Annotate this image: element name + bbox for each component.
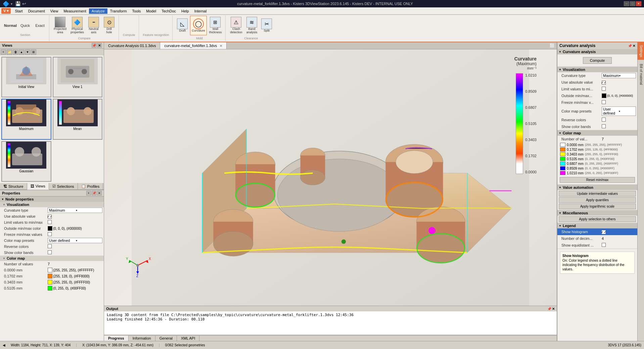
show-bands-value[interactable] <box>48 250 102 255</box>
wall-thickness-button[interactable]: ⊞ Wallthickness <box>208 16 224 35</box>
right-swatch-5105[interactable] <box>560 157 565 161</box>
color-1702-swatch[interactable] <box>48 274 52 278</box>
menu-model[interactable]: Model <box>143 8 159 14</box>
right-curvature-header[interactable]: ▼ Curvature analysis <box>557 49 637 54</box>
close-button[interactable]: ✕ <box>636 1 641 6</box>
right-swatch-8509[interactable] <box>560 166 565 170</box>
right-equidist-checkbox[interactable] <box>602 243 606 247</box>
physical-props-button[interactable]: 🔷 Physicalproperties <box>69 16 86 35</box>
color-0-swatch[interactable] <box>48 268 52 272</box>
right-colormap-presets-val[interactable]: User defined ▾ <box>602 106 636 116</box>
compute-button[interactable]: Compute <box>583 57 612 64</box>
right-swatch-6807[interactable] <box>560 162 565 166</box>
view-thumb-maximum[interactable]: Maximum <box>1 99 51 139</box>
view-thumb-initial[interactable]: Initial View <box>1 57 51 97</box>
apply-log-scale-button[interactable]: Apply logarithmic scale <box>559 204 636 209</box>
menu-view[interactable]: View <box>48 8 61 14</box>
right-limit-value[interactable] <box>602 87 636 91</box>
outside-minmax-value[interactable]: (0, 0, 0), (#000000) <box>48 226 102 231</box>
minimize-button[interactable]: ─ <box>624 1 629 6</box>
right-freeze-checkbox[interactable] <box>602 100 606 104</box>
vp-tab-expand[interactable]: ⬜ <box>548 42 557 49</box>
right-reverse-checkbox[interactable] <box>602 118 606 122</box>
band-analysis-button[interactable]: ≋ Bandanalysis <box>245 16 259 35</box>
props-btn1[interactable]: + <box>86 191 91 195</box>
menu-start[interactable]: Start <box>12 8 25 14</box>
views-expand-button[interactable]: ⊞ <box>31 49 36 55</box>
curvature-panel-pin[interactable]: 📌 <box>628 44 632 48</box>
right-colormap-header[interactable]: ▼ Color map <box>557 130 637 136</box>
menu-analyze[interactable]: Analyze <box>89 8 107 14</box>
use-abs-checkbox[interactable]: ✓ <box>48 215 52 219</box>
output-tab-xmlapi[interactable]: XML API <box>177 336 199 341</box>
outside-color-swatch[interactable] <box>48 226 52 231</box>
apply-quantiles-button[interactable]: Apply quantiles <box>559 197 636 203</box>
output-pin-icon[interactable]: 📌 <box>547 307 551 311</box>
neutral-axis-button[interactable]: ━ Neutralaxis <box>86 16 101 35</box>
color-presets-value[interactable]: User defined ▾ <box>48 238 102 243</box>
vp-tab-2-close[interactable]: ✕ <box>220 44 222 48</box>
quick-button[interactable]: Quick <box>18 19 32 32</box>
views-add-button[interactable]: + <box>1 49 6 55</box>
bill-of-material-tab[interactable]: Bill of material <box>638 61 644 88</box>
right-outside-swatch[interactable] <box>602 93 606 98</box>
draft-button[interactable]: ◺ Draft <box>175 16 189 35</box>
split-button[interactable]: ✂ Split <box>260 16 274 35</box>
right-show-hist-checkbox[interactable]: ✓ <box>602 230 606 234</box>
drill-hole-button[interactable]: ⊙ Drillhole <box>102 16 117 35</box>
right-abs-val-value[interactable]: ✓ <box>602 80 636 85</box>
views-close-button[interactable]: ✕ <box>97 43 102 48</box>
right-swatch-3403[interactable] <box>560 152 565 156</box>
props-close-btn[interactable]: ✕ <box>97 191 102 195</box>
views-folder-button[interactable]: 📁 <box>7 49 12 55</box>
tab-profiles[interactable]: 📋 Profiles <box>78 183 103 189</box>
right-swatch-0[interactable] <box>560 143 565 147</box>
output-tab-information[interactable]: Information <box>129 336 155 341</box>
freeze-value[interactable] <box>48 232 102 237</box>
output-close-icon[interactable]: ✕ <box>552 307 555 311</box>
right-outside-value[interactable]: (0, 0, 0), (#000000) <box>602 93 636 98</box>
reverse-colors-value[interactable] <box>48 244 102 249</box>
reverse-colors-checkbox[interactable] <box>48 244 52 248</box>
view-thumb-1[interactable]: View 1 <box>53 57 103 97</box>
3d-viewport[interactable]: Curvature (Maximum) mm⁻¹ 1.0210 0.8509 0… <box>104 49 557 306</box>
color-5105-value[interactable]: (0, 255, 0), (#00FF00) <box>48 286 102 291</box>
node-properties-header[interactable]: ▼ Node properties <box>0 197 104 202</box>
tab-views[interactable]: 🖼 Views <box>27 183 49 190</box>
update-intermediate-button[interactable]: Update intermediate values <box>559 191 636 197</box>
right-abs-val-checkbox[interactable]: ✓ <box>602 81 606 85</box>
menu-tools[interactable]: Tools <box>130 8 144 14</box>
views-pin-button[interactable]: 📌 <box>92 43 96 48</box>
right-value-auto-header[interactable]: ▼ Value automation <box>557 185 637 190</box>
exact-button[interactable]: Exact <box>33 19 47 32</box>
curvature-type-value[interactable]: Maximum ▾ <box>48 208 102 213</box>
menu-internal[interactable]: Internal <box>192 8 210 14</box>
view-thumb-mean[interactable]: Mean <box>53 99 103 139</box>
vp-tab-curvature-analysis[interactable]: Curvature Analysis 01.1.3dvs <box>104 42 160 49</box>
projected-area-button[interactable]: Projectedarea <box>52 16 68 35</box>
right-freeze-value[interactable] <box>602 100 636 105</box>
views-up-button[interactable]: ▲ <box>19 49 24 55</box>
apply-selection-button[interactable]: Apply selection to others <box>559 216 636 222</box>
right-swatch-1702[interactable] <box>560 147 565 151</box>
right-reverse-value[interactable] <box>602 118 636 122</box>
limit-values-checkbox[interactable] <box>48 220 52 224</box>
right-vis-header[interactable]: ▼ Visualization <box>557 67 637 72</box>
reset-minmax-button[interactable]: Reset min/max <box>560 177 635 183</box>
show-bands-checkbox[interactable] <box>48 250 52 254</box>
visualization-header[interactable]: ▼ Visualization <box>0 202 104 207</box>
menu-transform[interactable]: Transform <box>107 8 130 14</box>
limit-values-value[interactable] <box>48 220 102 225</box>
settings-vertical-tab[interactable]: Settings <box>638 42 644 60</box>
right-misc-header[interactable]: ▼ Miscellaneous <box>557 210 637 216</box>
right-limit-checkbox[interactable] <box>602 87 606 91</box>
curvature-button[interactable]: ◯ Curvature <box>190 16 207 35</box>
right-equidist-value[interactable] <box>602 243 636 248</box>
output-tab-progress[interactable]: Progress <box>104 336 129 341</box>
color-3403-value[interactable]: (255, 255, 0), (#FFFF00) <box>48 280 102 285</box>
right-show-bands-value[interactable] <box>602 124 636 129</box>
output-tab-general[interactable]: General <box>155 336 177 341</box>
color-map-header[interactable]: ▼ Color map <box>0 256 104 261</box>
titlebar-win-controls[interactable]: ─ □ ✕ <box>624 1 641 6</box>
v-menu-button[interactable]: V ▾ <box>1 8 11 14</box>
